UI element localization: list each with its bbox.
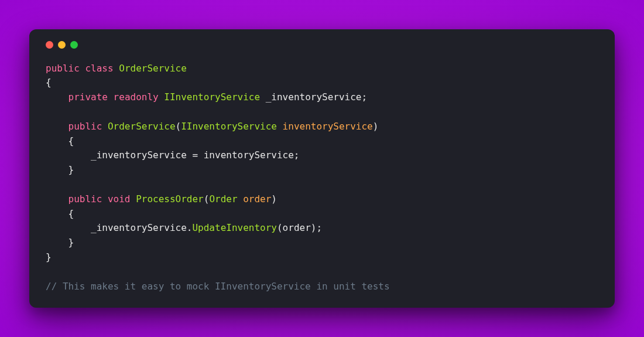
code-token: );: [311, 222, 322, 233]
code-token: [80, 63, 85, 74]
code-token: _inventoryService: [266, 91, 362, 103]
code-line: {: [46, 77, 52, 88]
code-line: private readonly IInventoryService _inve…: [46, 91, 367, 103]
close-icon[interactable]: [46, 41, 53, 49]
code-line: public OrderService(IInventoryService in…: [46, 121, 378, 132]
code-token: [108, 91, 114, 103]
code-token: ): [373, 121, 379, 132]
code-line: }: [46, 237, 74, 248]
code-token: _inventoryService: [91, 149, 187, 161]
code-token: void: [108, 193, 131, 205]
code-token: [159, 91, 165, 103]
code-line: // This makes it easy to mock IInventory…: [46, 281, 390, 292]
code-token: OrderService: [119, 63, 187, 74]
code-token: order: [243, 193, 271, 205]
code-token: readonly: [114, 91, 159, 103]
code-token: public: [46, 63, 80, 74]
minimize-icon[interactable]: [58, 41, 66, 49]
code-line: }: [46, 251, 52, 263]
code-line: public void ProcessOrder(Order order): [46, 193, 277, 205]
code-token: public: [68, 121, 102, 132]
code-token: inventoryService: [283, 121, 373, 132]
code-token: [102, 193, 108, 205]
code-line: _inventoryService = inventoryService;: [46, 149, 300, 161]
code-token: (: [277, 222, 283, 233]
window-titlebar: [46, 41, 598, 49]
code-token: {: [68, 135, 74, 147]
code-token: (: [176, 121, 181, 132]
code-token: inventoryService: [204, 149, 294, 161]
code-token: [260, 91, 266, 103]
code-token: }: [46, 251, 52, 263]
code-token: IInventoryService: [181, 121, 277, 132]
code-line: }: [46, 164, 74, 175]
code-token: order: [283, 222, 311, 233]
code-line: public class OrderService: [46, 63, 187, 74]
code-token: OrderService: [108, 121, 176, 132]
code-token: ): [271, 193, 277, 205]
code-token: [277, 121, 283, 132]
code-token: UpdateInventory: [192, 222, 277, 233]
code-token: =: [187, 149, 204, 161]
code-token: ;: [294, 149, 300, 161]
code-token: [102, 121, 108, 132]
code-block: public class OrderService { private read…: [46, 62, 598, 294]
code-token: [131, 193, 136, 205]
code-token: Order: [209, 193, 237, 205]
code-token: (: [204, 193, 210, 205]
code-token: {: [68, 208, 74, 219]
code-token: private: [68, 91, 108, 103]
code-token: public: [68, 193, 102, 205]
maximize-icon[interactable]: [70, 41, 78, 49]
code-line: {: [46, 135, 74, 147]
code-token: {: [46, 77, 52, 88]
code-token: class: [85, 63, 113, 74]
code-line: {: [46, 208, 74, 219]
code-token: [114, 63, 119, 74]
code-token: [238, 193, 244, 205]
code-token: }: [68, 164, 74, 175]
code-token: }: [68, 237, 74, 248]
code-token: ProcessOrder: [136, 193, 204, 205]
code-token: ;: [361, 91, 367, 103]
code-token: // This makes it easy to mock IInventory…: [46, 281, 390, 292]
code-token: IInventoryService: [164, 91, 260, 103]
code-line: _inventoryService.UpdateInventory(order)…: [46, 222, 322, 233]
code-token: _inventoryService: [91, 222, 187, 233]
code-editor-window: public class OrderService { private read…: [29, 29, 615, 308]
